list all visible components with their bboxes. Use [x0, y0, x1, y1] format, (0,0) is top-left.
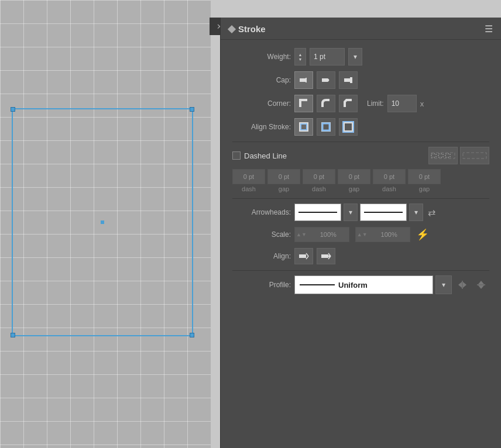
profile-flip-h-button[interactable] — [454, 277, 471, 293]
dash-pattern-2[interactable] — [460, 147, 489, 164]
svg-line-18 — [306, 256, 308, 259]
dashed-line-section: Dashed Line — [232, 147, 489, 192]
profile-value: Uniform — [338, 281, 368, 290]
gap-3-label: gap — [408, 185, 441, 192]
gap-2-input[interactable] — [338, 169, 370, 184]
scale-link-icon: ⚡ — [416, 228, 429, 241]
svg-rect-19 — [321, 254, 328, 258]
panel-header: Stroke ☰ — [221, 18, 501, 40]
arrowhead-start-dropdown[interactable]: ▾ — [344, 204, 358, 221]
projecting-cap-button[interactable] — [339, 71, 358, 89]
align-label: Align: — [232, 252, 291, 260]
bevel-corner-button[interactable] — [339, 95, 358, 112]
panel-menu-icon[interactable]: ☰ — [485, 23, 493, 35]
align-inside-button[interactable] — [294, 118, 313, 136]
dash-3-label: dash — [373, 185, 406, 192]
align-center-button[interactable] — [317, 118, 335, 136]
svg-rect-2 — [322, 78, 328, 82]
scale-label: Scale: — [232, 230, 291, 239]
dash-1-label: dash — [232, 185, 265, 192]
panel-title: Stroke — [238, 24, 266, 34]
diamond-icon — [228, 25, 236, 33]
corner-label: Corner: — [232, 99, 291, 108]
corner-handle-tl[interactable] — [11, 107, 15, 112]
butt-cap-button[interactable] — [294, 71, 313, 89]
dash-2-label: dash — [303, 185, 335, 192]
arrowhead-end-dropdown[interactable]: ▾ — [409, 204, 423, 221]
dash-labels-row: dash gap dash gap dash gap — [232, 185, 489, 192]
corner-handle-br[interactable] — [190, 333, 194, 337]
align-outside-button[interactable] — [339, 118, 358, 136]
dash-2-input[interactable] — [303, 169, 335, 184]
limit-x: x — [420, 99, 424, 108]
gap-3-input[interactable] — [408, 169, 441, 184]
round-cap-button[interactable] — [317, 71, 335, 89]
gap-1-input[interactable] — [267, 169, 300, 184]
gap-2-label: gap — [338, 185, 370, 192]
weight-dropdown[interactable]: ▾ — [348, 48, 362, 66]
align-btn-2[interactable] — [317, 248, 335, 264]
dash-inputs-row — [232, 169, 489, 184]
center-point — [101, 220, 104, 224]
scale-row: Scale: ▲▼ ▲▼ ⚡ — [232, 227, 489, 242]
scale-2-input[interactable] — [369, 227, 410, 242]
scale-1-input[interactable] — [308, 227, 349, 242]
svg-rect-0 — [300, 78, 306, 82]
canvas-area — [0, 0, 211, 448]
cap-label: Cap: — [232, 76, 291, 84]
arrowhead-start-select[interactable] — [294, 204, 341, 221]
arrowhead-end-select[interactable] — [360, 204, 407, 221]
arrowhead-swap-button[interactable]: ⇄ — [425, 205, 438, 220]
arrowheads-label: Arrowheads: — [232, 208, 291, 216]
divider-2 — [232, 198, 489, 199]
panel-title-group: Stroke — [229, 24, 266, 34]
profile-flip-v-button[interactable] — [473, 277, 489, 293]
align-row: Align: — [232, 248, 489, 264]
svg-rect-8 — [322, 123, 330, 130]
svg-rect-16 — [299, 254, 306, 258]
corner-row: Corner: Limit: x — [232, 95, 489, 112]
align-stroke-row: Align Stroke: — [232, 118, 489, 136]
weight-label: Weight: — [232, 53, 291, 61]
svg-rect-13 — [445, 154, 450, 157]
scale-inputs: ▲▼ ▲▼ ⚡ — [294, 227, 429, 242]
weight-spinner[interactable]: ▲ ▼ — [294, 48, 306, 66]
weight-input[interactable] — [310, 48, 345, 66]
round-corner-button[interactable] — [317, 95, 335, 112]
svg-rect-11 — [431, 154, 436, 157]
dash-3-input[interactable] — [373, 169, 406, 184]
gap-1-label: gap — [267, 185, 300, 192]
dashed-line-row: Dashed Line — [232, 147, 489, 164]
profile-select[interactable]: Uniform — [294, 275, 433, 294]
dashed-line-text: Dashed Line — [244, 151, 287, 160]
miter-corner-button[interactable] — [294, 95, 313, 112]
dash-pattern-buttons — [428, 147, 489, 164]
svg-rect-15 — [463, 153, 486, 158]
selected-rectangle — [12, 108, 193, 336]
corner-handle-tr[interactable] — [190, 107, 194, 112]
svg-rect-4 — [350, 77, 352, 83]
corner-handle-bl[interactable] — [11, 333, 15, 337]
dash-pattern-1[interactable] — [428, 147, 458, 164]
dashed-line-checkbox[interactable] — [232, 151, 241, 160]
profile-label: Profile: — [232, 281, 291, 289]
weight-dropdown-arrow: ▾ — [354, 53, 357, 61]
limit-input[interactable] — [387, 95, 417, 112]
divider-3 — [232, 270, 489, 271]
profile-row: Profile: Uniform ▾ — [232, 275, 489, 294]
svg-rect-1 — [306, 78, 307, 82]
profile-dropdown[interactable]: ▾ — [435, 275, 452, 294]
cap-row: Cap: — [232, 71, 489, 89]
arrowheads-row: Arrowheads: ▾ ▾ ⇄ — [232, 204, 489, 221]
weight-row: Weight: ▲ ▼ ▾ — [232, 48, 489, 66]
divider-1 — [232, 142, 489, 142]
stroke-panel: Stroke ☰ Weight: ▲ ▼ ▾ Cap: — [220, 18, 501, 448]
dash-1-input[interactable] — [232, 169, 265, 184]
svg-rect-9 — [344, 123, 352, 131]
svg-rect-3 — [344, 78, 350, 82]
svg-point-22 — [328, 255, 331, 257]
dashed-line-label[interactable]: Dashed Line — [232, 151, 287, 160]
align-stroke-label: Align Stroke: — [232, 123, 291, 131]
panel-body: Weight: ▲ ▼ ▾ Cap: — [221, 40, 501, 308]
align-btn-1[interactable] — [294, 248, 313, 264]
